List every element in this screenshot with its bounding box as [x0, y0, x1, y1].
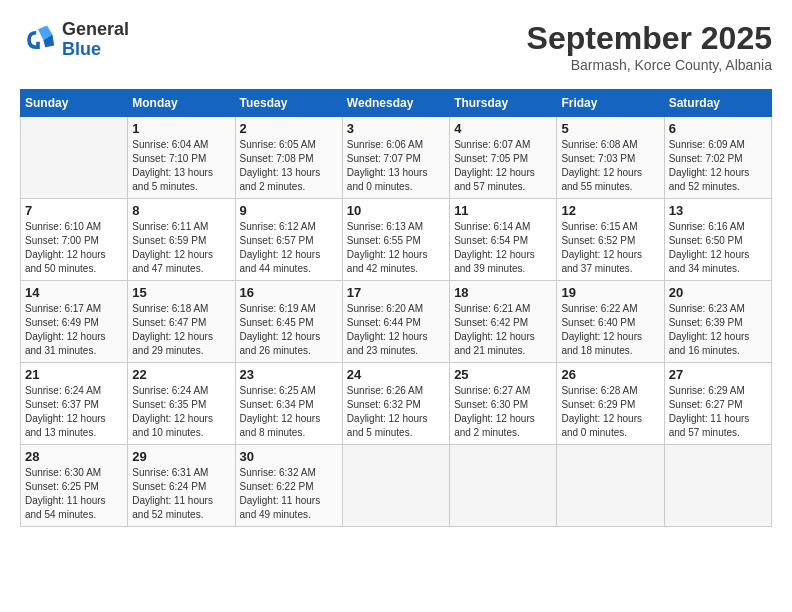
day-number: 22	[132, 367, 230, 382]
calendar-cell: 7Sunrise: 6:10 AM Sunset: 7:00 PM Daylig…	[21, 199, 128, 281]
title-block: September 2025 Barmash, Korce County, Al…	[527, 20, 772, 73]
day-info: Sunrise: 6:16 AM Sunset: 6:50 PM Dayligh…	[669, 220, 767, 276]
logo-general-text: General	[62, 19, 129, 39]
page-header: General Blue September 2025 Barmash, Kor…	[20, 20, 772, 73]
calendar-cell: 23Sunrise: 6:25 AM Sunset: 6:34 PM Dayli…	[235, 363, 342, 445]
calendar-cell: 14Sunrise: 6:17 AM Sunset: 6:49 PM Dayli…	[21, 281, 128, 363]
day-number: 6	[669, 121, 767, 136]
day-number: 16	[240, 285, 338, 300]
calendar-cell: 21Sunrise: 6:24 AM Sunset: 6:37 PM Dayli…	[21, 363, 128, 445]
day-number: 26	[561, 367, 659, 382]
day-info: Sunrise: 6:27 AM Sunset: 6:30 PM Dayligh…	[454, 384, 552, 440]
calendar-cell	[450, 445, 557, 527]
day-info: Sunrise: 6:24 AM Sunset: 6:37 PM Dayligh…	[25, 384, 123, 440]
day-info: Sunrise: 6:07 AM Sunset: 7:05 PM Dayligh…	[454, 138, 552, 194]
calendar-cell: 30Sunrise: 6:32 AM Sunset: 6:22 PM Dayli…	[235, 445, 342, 527]
calendar-cell: 20Sunrise: 6:23 AM Sunset: 6:39 PM Dayli…	[664, 281, 771, 363]
calendar-cell: 16Sunrise: 6:19 AM Sunset: 6:45 PM Dayli…	[235, 281, 342, 363]
day-info: Sunrise: 6:04 AM Sunset: 7:10 PM Dayligh…	[132, 138, 230, 194]
day-number: 18	[454, 285, 552, 300]
calendar-cell: 27Sunrise: 6:29 AM Sunset: 6:27 PM Dayli…	[664, 363, 771, 445]
day-info: Sunrise: 6:29 AM Sunset: 6:27 PM Dayligh…	[669, 384, 767, 440]
day-number: 20	[669, 285, 767, 300]
day-info: Sunrise: 6:24 AM Sunset: 6:35 PM Dayligh…	[132, 384, 230, 440]
day-info: Sunrise: 6:31 AM Sunset: 6:24 PM Dayligh…	[132, 466, 230, 522]
day-number: 7	[25, 203, 123, 218]
day-info: Sunrise: 6:26 AM Sunset: 6:32 PM Dayligh…	[347, 384, 445, 440]
location-subtitle: Barmash, Korce County, Albania	[527, 57, 772, 73]
day-info: Sunrise: 6:13 AM Sunset: 6:55 PM Dayligh…	[347, 220, 445, 276]
calendar-cell: 26Sunrise: 6:28 AM Sunset: 6:29 PM Dayli…	[557, 363, 664, 445]
calendar-week-5: 28Sunrise: 6:30 AM Sunset: 6:25 PM Dayli…	[21, 445, 772, 527]
day-number: 27	[669, 367, 767, 382]
day-number: 5	[561, 121, 659, 136]
month-title: September 2025	[527, 20, 772, 57]
day-header-tuesday: Tuesday	[235, 90, 342, 117]
calendar-header-row: SundayMondayTuesdayWednesdayThursdayFrid…	[21, 90, 772, 117]
day-info: Sunrise: 6:21 AM Sunset: 6:42 PM Dayligh…	[454, 302, 552, 358]
day-number: 25	[454, 367, 552, 382]
day-info: Sunrise: 6:12 AM Sunset: 6:57 PM Dayligh…	[240, 220, 338, 276]
day-number: 30	[240, 449, 338, 464]
calendar-cell: 18Sunrise: 6:21 AM Sunset: 6:42 PM Dayli…	[450, 281, 557, 363]
day-info: Sunrise: 6:30 AM Sunset: 6:25 PM Dayligh…	[25, 466, 123, 522]
day-info: Sunrise: 6:15 AM Sunset: 6:52 PM Dayligh…	[561, 220, 659, 276]
day-header-friday: Friday	[557, 90, 664, 117]
day-number: 2	[240, 121, 338, 136]
calendar-cell: 11Sunrise: 6:14 AM Sunset: 6:54 PM Dayli…	[450, 199, 557, 281]
calendar-cell: 15Sunrise: 6:18 AM Sunset: 6:47 PM Dayli…	[128, 281, 235, 363]
calendar-cell	[342, 445, 449, 527]
day-number: 29	[132, 449, 230, 464]
day-info: Sunrise: 6:19 AM Sunset: 6:45 PM Dayligh…	[240, 302, 338, 358]
day-info: Sunrise: 6:20 AM Sunset: 6:44 PM Dayligh…	[347, 302, 445, 358]
day-info: Sunrise: 6:22 AM Sunset: 6:40 PM Dayligh…	[561, 302, 659, 358]
day-number: 1	[132, 121, 230, 136]
day-header-thursday: Thursday	[450, 90, 557, 117]
day-info: Sunrise: 6:05 AM Sunset: 7:08 PM Dayligh…	[240, 138, 338, 194]
calendar-cell: 22Sunrise: 6:24 AM Sunset: 6:35 PM Dayli…	[128, 363, 235, 445]
day-info: Sunrise: 6:18 AM Sunset: 6:47 PM Dayligh…	[132, 302, 230, 358]
day-number: 11	[454, 203, 552, 218]
day-number: 12	[561, 203, 659, 218]
day-number: 28	[25, 449, 123, 464]
calendar-cell: 4Sunrise: 6:07 AM Sunset: 7:05 PM Daylig…	[450, 117, 557, 199]
day-info: Sunrise: 6:23 AM Sunset: 6:39 PM Dayligh…	[669, 302, 767, 358]
day-number: 23	[240, 367, 338, 382]
calendar-cell: 1Sunrise: 6:04 AM Sunset: 7:10 PM Daylig…	[128, 117, 235, 199]
day-number: 13	[669, 203, 767, 218]
calendar-cell: 8Sunrise: 6:11 AM Sunset: 6:59 PM Daylig…	[128, 199, 235, 281]
calendar-cell: 25Sunrise: 6:27 AM Sunset: 6:30 PM Dayli…	[450, 363, 557, 445]
day-header-monday: Monday	[128, 90, 235, 117]
day-info: Sunrise: 6:06 AM Sunset: 7:07 PM Dayligh…	[347, 138, 445, 194]
day-info: Sunrise: 6:25 AM Sunset: 6:34 PM Dayligh…	[240, 384, 338, 440]
day-info: Sunrise: 6:32 AM Sunset: 6:22 PM Dayligh…	[240, 466, 338, 522]
day-header-wednesday: Wednesday	[342, 90, 449, 117]
day-info: Sunrise: 6:09 AM Sunset: 7:02 PM Dayligh…	[669, 138, 767, 194]
day-number: 4	[454, 121, 552, 136]
logo-blue-text: Blue	[62, 39, 101, 59]
calendar-week-2: 7Sunrise: 6:10 AM Sunset: 7:00 PM Daylig…	[21, 199, 772, 281]
calendar-cell: 2Sunrise: 6:05 AM Sunset: 7:08 PM Daylig…	[235, 117, 342, 199]
day-number: 17	[347, 285, 445, 300]
day-info: Sunrise: 6:14 AM Sunset: 6:54 PM Dayligh…	[454, 220, 552, 276]
day-info: Sunrise: 6:17 AM Sunset: 6:49 PM Dayligh…	[25, 302, 123, 358]
calendar-cell: 29Sunrise: 6:31 AM Sunset: 6:24 PM Dayli…	[128, 445, 235, 527]
calendar-cell: 6Sunrise: 6:09 AM Sunset: 7:02 PM Daylig…	[664, 117, 771, 199]
calendar-cell: 5Sunrise: 6:08 AM Sunset: 7:03 PM Daylig…	[557, 117, 664, 199]
day-number: 9	[240, 203, 338, 218]
calendar-cell: 10Sunrise: 6:13 AM Sunset: 6:55 PM Dayli…	[342, 199, 449, 281]
day-number: 15	[132, 285, 230, 300]
day-number: 3	[347, 121, 445, 136]
logo: General Blue	[20, 20, 129, 60]
day-info: Sunrise: 6:28 AM Sunset: 6:29 PM Dayligh…	[561, 384, 659, 440]
calendar-cell: 28Sunrise: 6:30 AM Sunset: 6:25 PM Dayli…	[21, 445, 128, 527]
calendar-cell: 9Sunrise: 6:12 AM Sunset: 6:57 PM Daylig…	[235, 199, 342, 281]
calendar-cell: 24Sunrise: 6:26 AM Sunset: 6:32 PM Dayli…	[342, 363, 449, 445]
logo-icon	[20, 22, 56, 58]
day-info: Sunrise: 6:08 AM Sunset: 7:03 PM Dayligh…	[561, 138, 659, 194]
calendar-cell	[21, 117, 128, 199]
day-number: 19	[561, 285, 659, 300]
calendar-table: SundayMondayTuesdayWednesdayThursdayFrid…	[20, 89, 772, 527]
day-number: 24	[347, 367, 445, 382]
calendar-week-3: 14Sunrise: 6:17 AM Sunset: 6:49 PM Dayli…	[21, 281, 772, 363]
